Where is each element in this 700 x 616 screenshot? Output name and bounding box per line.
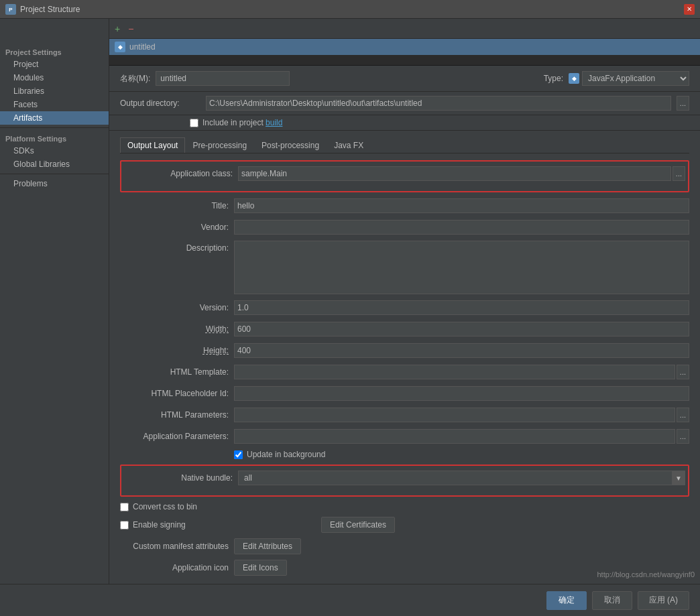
app-icon-label: Application icon [120, 563, 234, 572]
vendor-row: Vendor: [120, 219, 689, 235]
artifact-icon: ◆ [115, 42, 125, 52]
app-class-label: Application class: [124, 169, 238, 178]
sidebar: Project Settings Project Modules Librari… [0, 19, 109, 584]
app-class-browse-button[interactable]: ... [673, 166, 685, 181]
html-parameters-browse-button[interactable]: ... [677, 408, 689, 422]
svg-text:P: P [9, 7, 13, 13]
vendor-input[interactable] [234, 220, 689, 235]
sidebar-item-global-libraries[interactable]: Global Libraries [0, 158, 109, 171]
enable-signing-checkbox[interactable] [120, 521, 129, 530]
app-class-row: Application class: ... [124, 166, 685, 182]
sidebar-item-problems[interactable]: Problems [0, 177, 109, 190]
html-parameters-input[interactable] [234, 408, 675, 422]
remove-artifact-button[interactable]: − [125, 22, 136, 36]
add-artifact-button[interactable]: + [112, 22, 123, 36]
edit-certificates-button[interactable]: Edit Certificates [321, 517, 395, 533]
tab-java-fx[interactable]: Java FX [327, 137, 371, 153]
sidebar-toolbar [0, 24, 109, 44]
confirm-button[interactable]: 确定 [546, 591, 587, 610]
title-row: Title: [120, 198, 689, 214]
html-template-row: HTML Template: ... [120, 364, 689, 380]
update-background-row: Update in background [120, 450, 689, 459]
update-background-checkbox[interactable] [234, 450, 243, 459]
close-button[interactable]: ✕ [684, 4, 695, 15]
enable-signing-row: Enable signing Edit Certificates [120, 517, 689, 533]
native-bundle-row: Native bundle: all none installer image … [124, 470, 685, 486]
app-parameters-row: Application Parameters: ... [120, 428, 689, 444]
type-select-wrapper: ◆ JavaFx Application JAR Web Application [569, 71, 689, 86]
sidebar-item-facets[interactable]: Facets [0, 98, 109, 111]
html-template-browse-button[interactable]: ... [677, 365, 689, 379]
tab-pre-processing[interactable]: Pre-processing [185, 137, 254, 153]
version-row: Version: [120, 300, 689, 316]
html-parameters-row: HTML Parameters: ... [120, 407, 689, 423]
description-textarea[interactable] [234, 241, 689, 294]
tab-output-layout[interactable]: Output Layout [120, 137, 185, 153]
height-row: Height: [120, 343, 689, 359]
sidebar-item-sdks[interactable]: SDKs [0, 144, 109, 158]
output-path-input[interactable] [206, 96, 671, 111]
app-parameters-browse-button[interactable]: ... [677, 429, 689, 444]
tabs-row: Output Layout Pre-processing Post-proces… [120, 137, 689, 153]
title-bar: P Project Structure ✕ [0, 0, 700, 19]
app-icon-row: Application icon Edit Icons [120, 560, 689, 576]
title-input[interactable] [234, 198, 689, 213]
sidebar-item-artifacts[interactable]: Artifacts [0, 111, 109, 125]
app-parameters-label: Application Parameters: [120, 432, 234, 441]
app-parameters-input[interactable] [234, 429, 675, 444]
sidebar-item-modules[interactable]: Modules [0, 71, 109, 84]
platform-settings-label: Platform Settings [0, 131, 109, 144]
html-template-input[interactable] [234, 365, 675, 379]
convert-css-label: Convert css to bin [133, 502, 197, 511]
native-bundle-select[interactable]: all none installer image [238, 471, 685, 485]
html-placeholder-label: HTML Placeholder Id: [120, 389, 234, 398]
artifact-list: ◆ untitled [109, 39, 700, 66]
app-class-input[interactable] [238, 166, 671, 181]
native-bundle-label: Native bundle: [124, 473, 238, 483]
title-label: Title: [120, 201, 234, 210]
custom-manifest-row: Custom manifest attributes Edit Attribut… [120, 538, 689, 554]
height-input[interactable] [234, 343, 689, 358]
project-settings-label: Project Settings [0, 44, 109, 58]
html-parameters-label: HTML Parameters: [120, 410, 234, 420]
apply-button[interactable]: 应用 (A) [638, 591, 689, 610]
settings-panel: Output Layout Pre-processing Post-proces… [109, 131, 700, 584]
output-browse-button[interactable]: ... [677, 96, 689, 111]
native-bundle-select-wrapper: all none installer image ▼ [238, 471, 685, 485]
output-dir-row: Output directory: ... [109, 92, 700, 115]
sidebar-item-libraries[interactable]: Libraries [0, 84, 109, 98]
edit-icons-button[interactable]: Edit Icons [234, 560, 287, 576]
version-label: Version: [120, 303, 234, 312]
html-placeholder-input[interactable] [234, 386, 689, 401]
edit-attributes-button[interactable]: Edit Attributes [234, 538, 301, 554]
update-background-label: Update in background [247, 450, 325, 459]
cancel-button[interactable]: 取消 [592, 591, 632, 610]
description-label: Description: [120, 241, 234, 253]
name-input[interactable] [156, 71, 290, 86]
include-build-checkbox[interactable] [190, 119, 198, 127]
sidebar-item-project[interactable]: Project [0, 58, 109, 71]
custom-manifest-label: Custom manifest attributes [120, 542, 234, 551]
convert-css-row: Convert css to bin [120, 502, 689, 511]
content-area: + − ◆ untitled 名称(M): Type: ◆ JavaFx App… [109, 19, 700, 584]
name-label: 名称(M): [120, 73, 150, 84]
app-class-section: Application class: ... [120, 160, 689, 192]
version-input[interactable] [234, 300, 689, 315]
window-title: Project Structure [20, 5, 680, 14]
width-input[interactable] [234, 322, 689, 336]
type-select[interactable]: JavaFx Application JAR Web Application [582, 71, 689, 86]
html-placeholder-row: HTML Placeholder Id: [120, 385, 689, 402]
include-build-row: Include in project build [109, 115, 700, 131]
tab-post-processing[interactable]: Post-processing [254, 137, 327, 153]
app-icon: P [5, 4, 16, 15]
list-item[interactable]: ◆ untitled [109, 39, 700, 55]
height-label: Height: [120, 346, 234, 355]
artifact-toolbar: + − [109, 19, 700, 39]
vendor-label: Vendor: [120, 223, 234, 232]
artifact-name: untitled [129, 42, 156, 52]
output-dir-label: Output directory: [120, 99, 200, 108]
width-row: Width: [120, 321, 689, 337]
description-row: Description: [120, 241, 689, 294]
convert-css-checkbox[interactable] [120, 503, 129, 511]
type-label: Type: [544, 74, 563, 83]
